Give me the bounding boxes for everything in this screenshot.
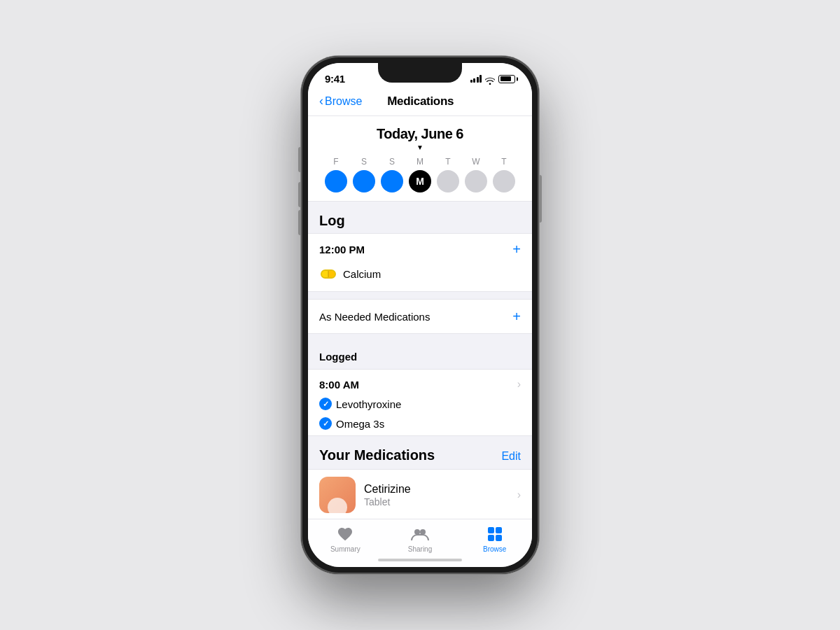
medications-list-card: Cetirizine Tablet ›: [308, 469, 532, 519]
week-day-label: T: [445, 157, 450, 167]
week-strip: F S S M: [319, 157, 521, 192]
week-dot-future: [465, 170, 487, 192]
as-needed-add-button[interactable]: +: [512, 309, 521, 323]
check-icon-2: [319, 417, 332, 430]
back-label: Browse: [325, 95, 362, 108]
calcium-name: Calcium: [343, 268, 381, 280]
svg-rect-3: [496, 527, 502, 533]
battery-icon: [498, 75, 515, 83]
home-indicator: [378, 559, 462, 561]
medication-row: Calcium: [308, 262, 532, 291]
status-time: 9:41: [325, 73, 345, 85]
week-day-s1[interactable]: S: [353, 157, 375, 192]
week-day-t1[interactable]: T: [437, 157, 459, 192]
week-day-t2[interactable]: T: [493, 157, 515, 192]
nav-title: Medications: [387, 94, 454, 108]
logged-header-row: Logged: [308, 341, 532, 369]
week-day-w[interactable]: W: [465, 157, 487, 192]
logged-time-row[interactable]: 8:00 AM ›: [308, 370, 532, 396]
sharing-tab-label: Sharing: [408, 545, 432, 553]
date-section: Today, June 6 ▼ F S S: [308, 116, 532, 202]
omega3s-name: Omega 3s: [336, 418, 384, 430]
back-chevron-icon: ‹: [319, 94, 323, 108]
chevron-right-icon: ›: [517, 378, 521, 391]
medication-list-item[interactable]: Cetirizine Tablet ›: [308, 470, 532, 519]
nav-header: ‹ Browse Medications: [308, 89, 532, 116]
week-dot: [381, 170, 403, 192]
active-day-letter: M: [416, 176, 424, 187]
svg-rect-4: [488, 535, 494, 541]
week-day-label: W: [472, 157, 479, 167]
week-day-label: T: [501, 157, 506, 167]
tab-browse[interactable]: Browse: [457, 525, 532, 553]
phone-frame: 9:41 ‹ Bro: [301, 56, 539, 574]
edit-medications-button[interactable]: Edit: [501, 450, 521, 463]
week-dot-active: M: [409, 170, 431, 192]
levothyroxine-name: Levothyroxine: [336, 398, 401, 410]
time-row: 12:00 PM +: [308, 234, 532, 262]
summary-tab-label: Summary: [330, 545, 360, 553]
browse-tab-label: Browse: [483, 545, 506, 553]
add-medication-button[interactable]: +: [512, 242, 521, 256]
phone-screen: 9:41 ‹ Bro: [308, 63, 532, 567]
week-day-label: M: [416, 157, 424, 167]
logged-med-row-1: Levothyroxine: [308, 396, 532, 416]
calcium-med-icon: [319, 265, 337, 283]
week-dot-future: [437, 170, 459, 192]
logged-card: 8:00 AM › Levothyroxine Omega 3s: [308, 369, 532, 436]
week-day-s2[interactable]: S: [381, 157, 403, 192]
back-button[interactable]: ‹ Browse: [319, 94, 362, 108]
svg-point-0: [414, 529, 420, 535]
signal-icon: [470, 75, 482, 83]
as-needed-row[interactable]: As Needed Medications +: [308, 299, 532, 334]
week-day-label: S: [361, 157, 367, 167]
week-day-m[interactable]: M M: [409, 157, 431, 192]
date-arrow-icon: ▼: [319, 144, 521, 151]
week-day-label: F: [333, 157, 338, 167]
week-day-label: S: [389, 157, 395, 167]
cetirizine-type: Tablet: [364, 496, 509, 507]
svg-rect-2: [488, 527, 494, 533]
summary-tab-icon: [336, 525, 354, 543]
status-bar: 9:41: [308, 63, 532, 89]
your-meds-header: Your Medications Edit: [308, 447, 532, 469]
notch: [378, 63, 462, 83]
time-slot-card: 12:00 PM + Calcium: [308, 233, 532, 292]
svg-point-1: [420, 529, 426, 535]
cetirizine-thumbnail: [319, 477, 356, 513]
browse-tab-icon: [486, 525, 504, 543]
logged-header: Logged: [319, 351, 357, 363]
logged-med-row-2: Omega 3s: [308, 416, 532, 435]
week-dot-future: [493, 170, 515, 192]
status-icons: [470, 75, 516, 83]
week-dot: [325, 170, 347, 192]
cetirizine-name: Cetirizine: [364, 483, 509, 496]
your-medications-title: Your Medications: [319, 447, 435, 463]
tab-sharing[interactable]: Sharing: [383, 525, 458, 553]
svg-rect-5: [496, 535, 502, 541]
week-dot: [353, 170, 375, 192]
cetirizine-info: Cetirizine Tablet: [364, 483, 509, 507]
scroll-content[interactable]: Today, June 6 ▼ F S S: [308, 116, 532, 519]
time-label: 12:00 PM: [319, 244, 365, 255]
week-day-f[interactable]: F: [325, 157, 347, 192]
as-needed-label: As Needed Medications: [319, 311, 430, 323]
your-medications-section: Your Medications Edit Cetirizine Tablet …: [308, 447, 532, 519]
med-item-chevron-icon: ›: [517, 489, 521, 501]
logged-section: Logged 8:00 AM › Levothyroxine Omega 3s: [308, 341, 532, 436]
thumbnail-pill: [328, 498, 347, 513]
check-icon-1: [319, 398, 332, 410]
sharing-tab-icon: [411, 525, 429, 543]
wifi-icon: [485, 75, 495, 83]
log-header: Log: [308, 213, 532, 233]
date-title: Today, June 6: [319, 126, 521, 142]
tab-summary[interactable]: Summary: [308, 525, 383, 553]
log-section: Log 12:00 PM + Calcium: [308, 213, 532, 292]
logged-time-label: 8:00 AM: [319, 379, 359, 391]
